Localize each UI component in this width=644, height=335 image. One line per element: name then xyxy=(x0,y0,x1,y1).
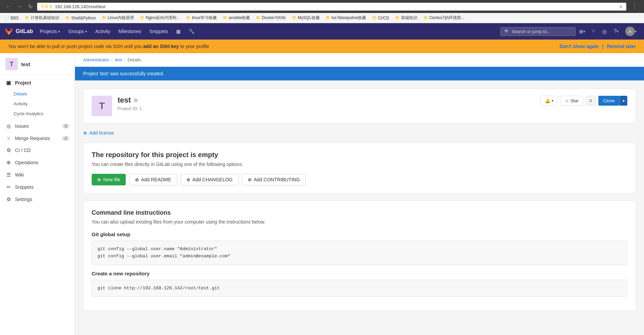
breadcrumb-test[interactable]: test xyxy=(115,57,122,62)
clone-btn[interactable]: Clone xyxy=(598,96,619,106)
sidebar-project-name: test xyxy=(21,61,30,67)
remind-later-btn[interactable]: Remind later xyxy=(607,44,636,49)
dont-show-again-btn[interactable]: Don't show again xyxy=(559,44,599,49)
sidebar-item-activity[interactable]: Activity xyxy=(0,99,75,109)
bookmark-label: CI/CD xyxy=(378,16,389,20)
sidebar-settings-label: Settings xyxy=(15,197,32,202)
new-file-btn[interactable]: ⊕ New file xyxy=(92,174,126,185)
sidebar-item-cycle-analytics[interactable]: Cycle Analytics xyxy=(0,109,75,119)
nav-plus-btn[interactable]: ⊕ ▾ xyxy=(576,23,588,40)
nav-snippets[interactable]: Snippets xyxy=(145,23,172,40)
new-file-label: New file xyxy=(103,177,120,182)
sidebar-cycle-analytics-label: Cycle Analytics xyxy=(14,111,43,116)
add-readme-btn[interactable]: ⊕ Add README xyxy=(129,174,177,185)
refresh-button[interactable]: ↻ xyxy=(27,3,34,11)
nav-activity[interactable]: Activity xyxy=(91,23,114,40)
bookmark-folder-icon: 📁 xyxy=(256,16,261,20)
bookmark-10[interactable]: 📁 CI/CD xyxy=(370,15,391,21)
nav-groups[interactable]: Groups ▾ xyxy=(64,23,91,40)
project-header-left: T test ⊙ Project ID: 1 xyxy=(92,96,142,116)
nav-bar-chart[interactable]: ▦ xyxy=(172,23,185,40)
star-label: Star xyxy=(570,98,579,103)
new-repo-line-1: git clone http://192.168.126.142/root/te… xyxy=(97,285,622,292)
forward-button[interactable]: → xyxy=(15,3,24,10)
sidebar-item-operations[interactable]: ⊕ Operations xyxy=(0,156,75,169)
bookmark-3[interactable]: 📁 Linux内核原理 xyxy=(100,14,136,21)
url-bar[interactable]: 不安全 192.168.126.142/root/test ★ xyxy=(37,3,626,11)
notification-btn[interactable]: 🔔 ▾ xyxy=(540,96,558,106)
sidebar-item-issues[interactable]: ◎ Issues 0 xyxy=(0,120,75,132)
sidebar-item-wiki[interactable]: ☰ Wiki xyxy=(0,169,75,181)
bookmark-9[interactable]: 📁 lvs与keepalive收藏 xyxy=(324,14,368,21)
issues-icon: ◎ xyxy=(602,28,607,35)
git-setup-line-2: git config --global user.email "admin@ex… xyxy=(97,253,622,260)
sidebar-wiki-label: Wiki xyxy=(15,172,24,178)
star-icon: ☆ xyxy=(565,98,569,103)
sidebar-item-details[interactable]: Details xyxy=(0,89,75,99)
search-bar[interactable]: 🔍 Search or jump to... xyxy=(501,27,576,36)
add-contributing-btn[interactable]: ⊕ Add CONTRIBUTING xyxy=(242,174,306,185)
bookmark-folder-icon: 📁 xyxy=(326,16,331,20)
bookmark-label: 前端知识 xyxy=(401,15,417,21)
content-area: Administrator › test › Details Project '… xyxy=(75,53,644,335)
breadcrumb-details: Details xyxy=(127,57,141,62)
nav-help-btn[interactable]: ? ▾ xyxy=(610,23,622,40)
ssh-warning-banner: You won't be able to pull or push projec… xyxy=(0,40,644,53)
chevron-down-icon: ▾ xyxy=(583,30,585,33)
ssh-key-link[interactable]: add an SSH key xyxy=(143,44,179,49)
more-icon[interactable]: ⋮ xyxy=(629,3,641,10)
add-license-link[interactable]: ⊕ Add license xyxy=(83,130,636,136)
plus-icon: ⊕ xyxy=(97,177,101,182)
cli-title: Command line instructions xyxy=(92,209,627,216)
sidebar-item-project[interactable]: ▣ Project xyxy=(0,77,75,89)
sidebar-item-settings[interactable]: ⚙ Settings xyxy=(0,193,75,205)
bookmark-folder-icon: 📁 xyxy=(102,16,107,20)
nav-user-avatar[interactable]: A ▾ xyxy=(622,23,640,40)
bookmark-8[interactable]: 📁 MySQL收藏 xyxy=(290,14,322,21)
nav-issues-btn[interactable]: ◎ xyxy=(599,23,610,40)
project-id: Project ID: 1 xyxy=(118,106,142,111)
sidebar-item-snippets[interactable]: ✂ Snippets xyxy=(0,181,75,193)
bell-icon: 🔔 xyxy=(545,98,550,103)
empty-repo-section: The repository for this project is empty… xyxy=(83,142,636,194)
project-info: test ⊙ Project ID: 1 xyxy=(118,96,142,111)
breadcrumb-administrator[interactable]: Administrator xyxy=(83,57,109,62)
bookmark-6[interactable]: 📁 ansible收藏 xyxy=(221,14,252,21)
bookmark-icon[interactable]: ★ xyxy=(619,4,623,9)
bookmark-1[interactable]: 📁 计算机基础知识 xyxy=(23,14,61,21)
bookmark-folder-icon: 📁 xyxy=(372,16,377,20)
sidebar-activity-label: Activity xyxy=(14,101,28,106)
chevron-down-icon: ▾ xyxy=(635,30,637,33)
add-changelog-btn[interactable]: ⊕ Add CHANGELOG xyxy=(181,174,239,185)
bookmark-folder-icon: 📁 xyxy=(292,16,297,20)
nav-milestones[interactable]: Milestones xyxy=(114,23,145,40)
bookmark-2[interactable]: 📁 Shell&Python xyxy=(63,15,98,21)
bookmark-5[interactable]: 📁 linux学习收藏 xyxy=(184,14,219,21)
nav-projects[interactable]: Projects ▾ xyxy=(36,23,64,40)
sidebar-item-merge-requests[interactable]: ⑂ Merge Requests 0 xyxy=(0,132,75,144)
bookmark-11[interactable]: 📁 前端知识 xyxy=(393,14,419,21)
nav-admin[interactable]: 🔧 xyxy=(185,23,199,40)
bookmark-folder-icon: 📁 xyxy=(395,16,400,20)
git-setup-code: git config --global user.name "Administr… xyxy=(92,241,627,265)
bookmark-folder-icon: 📁 xyxy=(25,16,30,20)
bookmark-12[interactable]: 📁 Centos7的环境部... xyxy=(421,14,466,21)
git-setup-title: Git global setup xyxy=(92,231,627,237)
sidebar-issues-label: Issues xyxy=(15,123,29,129)
nav-activity-label: Activity xyxy=(95,29,110,34)
star-btn[interactable]: ☆ Star xyxy=(561,96,583,106)
bookmark-label: Centos7的环境部... xyxy=(429,15,464,21)
sidebar-item-cicd[interactable]: ⚙ CI / CD xyxy=(0,144,75,156)
sidebar-project-label: Project xyxy=(15,80,31,86)
gitlab-logo[interactable]: GitLab xyxy=(4,27,33,36)
bookmark-bbs[interactable]: 📄 BBS xyxy=(3,15,21,21)
clone-dropdown-btn[interactable]: ▾ xyxy=(619,96,627,106)
bookmark-4[interactable]: 📁 Nginx反向代理和... xyxy=(138,14,182,21)
add-readme-label: Add README xyxy=(141,177,171,182)
back-button[interactable]: ← xyxy=(3,3,12,10)
bookmark-folder-icon: 📁 xyxy=(186,16,191,20)
nav-merge-request-btn[interactable]: ⑂ xyxy=(588,23,599,40)
project-icon: ▣ xyxy=(5,80,12,86)
bookmark-7[interactable]: 📁 Docker与K8s xyxy=(254,14,288,21)
bar-chart-icon: ▦ xyxy=(176,29,181,34)
